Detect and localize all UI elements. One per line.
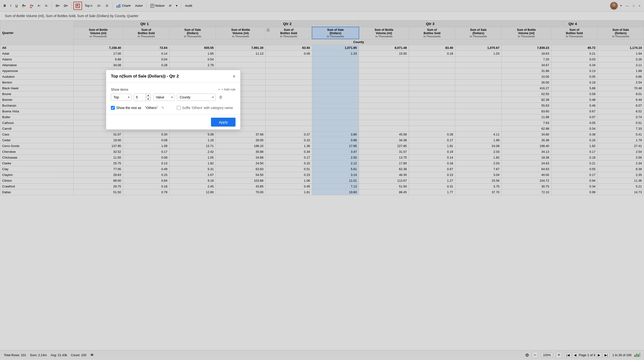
filter-number-group: ▲ ▼ xyxy=(134,93,151,101)
show-rest-label-wrap: Show the rest as "Others" ✎ xyxy=(111,106,164,110)
show-items-label: Show items xyxy=(111,88,128,92)
modal-footer: Apply xyxy=(106,114,240,130)
spin-down-btn[interactable]: ▼ xyxy=(146,97,150,101)
filter-value-select[interactable]: Value Percent xyxy=(153,94,175,101)
suffix-checkbox[interactable] xyxy=(177,106,181,110)
modal-title: Top n(Sum of Sale (Dollars)) - Qtr 2 xyxy=(111,74,179,79)
checkbox-row: Show the rest as "Others" ✎ Suffix 'Othe… xyxy=(111,106,236,110)
modal-body: Show items + + Add rule Top Bottom xyxy=(106,83,240,114)
filter-value-wrap: Value Percent xyxy=(153,94,175,101)
modal-header: Top n(Sum of Sale (Dollars)) - Qtr 2 × xyxy=(106,70,240,83)
spinners: ▲ ▼ xyxy=(146,94,150,101)
spin-up-btn[interactable]: ▲ xyxy=(146,94,150,97)
show-rest-text: Show the rest as xyxy=(116,106,141,110)
add-rule-label: + Add rule xyxy=(221,88,236,91)
filter-type-select[interactable]: Top Bottom xyxy=(111,94,131,101)
filter-row: Top Bottom ▲ ▼ Value Percent xyxy=(111,93,236,101)
top-n-modal: Top n(Sum of Sale (Dollars)) - Qtr 2 × S… xyxy=(106,70,240,130)
filter-number-input[interactable] xyxy=(134,94,146,101)
show-rest-checkbox[interactable] xyxy=(111,106,115,110)
filter-delete-btn[interactable]: 🗑 xyxy=(218,94,224,100)
modal-close-btn[interactable]: × xyxy=(233,74,236,79)
modal-overlay[interactable]: Top n(Sum of Sale (Dollars)) - Qtr 2 × S… xyxy=(0,0,644,360)
show-rest-value: "Others" xyxy=(145,106,158,110)
filter-type-wrap: Top Bottom xyxy=(111,94,131,101)
suffix-label-text: Suffix 'Others' with category name xyxy=(182,106,233,110)
edit-others-icon[interactable]: ✎ xyxy=(162,106,164,110)
add-rule-btn[interactable]: + + Add rule xyxy=(218,88,236,91)
apply-btn[interactable]: Apply xyxy=(211,118,236,126)
suffix-label-wrap: Suffix 'Others' with category name xyxy=(177,106,233,110)
filter-by-wrap: County xyxy=(177,94,216,101)
add-rule-icon: + xyxy=(218,88,220,91)
filter-by-select[interactable]: County xyxy=(177,94,216,101)
